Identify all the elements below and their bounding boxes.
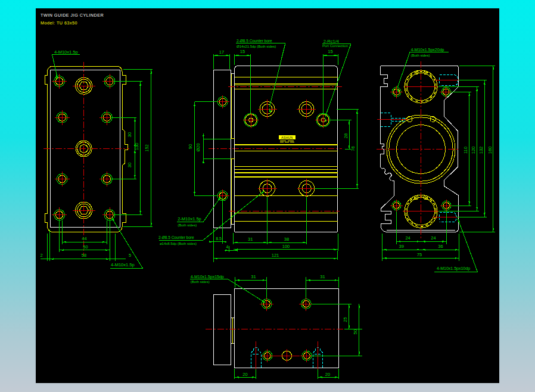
svg-text:17: 17 (219, 49, 224, 55)
svg-text:28: 28 (343, 133, 349, 138)
svg-text:100: 100 (282, 244, 290, 249)
svg-text:30: 30 (127, 132, 132, 137)
svg-text:24: 24 (405, 235, 410, 241)
svg-text:90: 90 (188, 144, 193, 149)
svg-text:(Both sides): (Both sides) (178, 223, 197, 227)
svg-text:50: 50 (353, 329, 358, 334)
svg-text:TWIN GUIDE JIG CYLINDER: TWIN GUIDE JIG CYLINDER (41, 13, 104, 18)
svg-text:31: 31 (320, 274, 325, 279)
svg-text:39: 39 (399, 244, 404, 249)
svg-text:5: 5 (129, 253, 131, 258)
svg-text:50: 50 (83, 244, 88, 250)
svg-text:31: 31 (248, 237, 253, 242)
svg-text:20: 20 (325, 372, 330, 377)
svg-text:2-Ø8.5 Counter bore: 2-Ø8.5 Counter bore (237, 39, 272, 43)
svg-text:44: 44 (82, 236, 86, 241)
svg-text:Model: TU 63x50: Model: TU 63x50 (41, 20, 77, 26)
svg-text:75: 75 (417, 252, 422, 257)
svg-text:ASHUN: ASHUN (281, 136, 293, 139)
svg-text:121: 121 (272, 253, 279, 258)
svg-text:ø14x8.5dp (Both sides): ø14x8.5dp (Both sides) (160, 242, 197, 245)
svg-text:4-M10x1.5p: 4-M10x1.5p (111, 262, 135, 267)
svg-text:120: 120 (471, 147, 476, 154)
svg-text:15: 15 (240, 49, 245, 54)
svg-text:38: 38 (284, 237, 289, 242)
svg-text:8.5: 8.5 (216, 237, 222, 241)
svg-text:(Both sides): (Both sides) (191, 280, 210, 284)
svg-text:76: 76 (350, 146, 356, 151)
svg-text:4-M10x1.5px10dp: 4-M10x1.5px10dp (437, 266, 470, 271)
svg-text:132: 132 (478, 147, 484, 154)
svg-text:58: 58 (82, 253, 86, 258)
svg-text:2-Ø8.5 Counter bore: 2-Ø8.5 Counter bore (158, 235, 194, 239)
svg-text:30: 30 (127, 163, 132, 167)
svg-text:4-M10x1.5px20dp: 4-M10x1.5px20dp (410, 48, 444, 52)
svg-text:4-M10x1.5px15dp: 4-M10x1.5px15dp (191, 275, 224, 279)
svg-text:4-M10x1.5p: 4-M10x1.5p (54, 49, 78, 55)
svg-text:31: 31 (251, 274, 256, 279)
svg-text:152: 152 (144, 144, 150, 152)
svg-text:110: 110 (463, 147, 468, 154)
svg-text:2: 2 (40, 253, 42, 258)
svg-text:2-Rc1/4: 2-Rc1/4 (324, 39, 339, 44)
svg-text:25: 25 (343, 317, 348, 322)
svg-text:36: 36 (438, 244, 443, 249)
svg-text:Ø20: Ø20 (195, 143, 201, 151)
svg-text:15: 15 (328, 49, 332, 54)
svg-text:Ø14x21.5dp (Both sides): Ø14x21.5dp (Both sides) (237, 45, 276, 48)
svg-text:24: 24 (431, 235, 436, 241)
svg-text:4: 4 (226, 245, 229, 249)
svg-text:160: 160 (487, 147, 493, 154)
svg-text:20: 20 (242, 372, 247, 377)
svg-text:2-M10x1.5p: 2-M10x1.5p (178, 216, 201, 222)
svg-text:(Both sides): (Both sides) (410, 54, 430, 57)
svg-text:Port Connection: Port Connection (322, 44, 348, 48)
